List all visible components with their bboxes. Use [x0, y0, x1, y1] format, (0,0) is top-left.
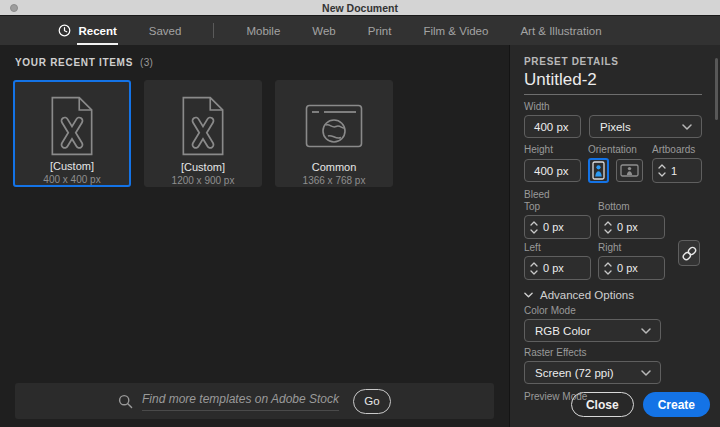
tab-label: Art & Illustration	[520, 25, 601, 37]
chevron-down-icon	[604, 229, 612, 234]
search-icon	[118, 394, 133, 409]
advanced-options-toggle[interactable]: Advanced Options	[524, 289, 702, 301]
chevron-down-icon	[530, 270, 538, 275]
recent-item-size: 400 x 400 px	[43, 174, 100, 185]
tab-label: Print	[368, 25, 392, 37]
bleed-left-value[interactable]: 0 px	[543, 262, 564, 274]
orientation-label: Orientation	[588, 145, 652, 155]
recent-item-name: Common	[312, 161, 357, 173]
link-icon	[682, 245, 697, 262]
new-document-dialog: New Document Recent Saved Mobile Web Pri…	[0, 0, 720, 427]
artboards-value[interactable]: 1	[671, 165, 677, 177]
raster-effects-value: Screen (72 ppi)	[535, 367, 614, 379]
stepper-chevrons[interactable]	[599, 221, 616, 234]
chevron-down-icon	[530, 229, 538, 234]
tab-label: Film & Video	[423, 25, 488, 37]
recent-items-grid: [Custom] 400 x 400 px [Custom] 1200 x 90…	[13, 80, 509, 187]
bleed-bottom-value[interactable]: 0 px	[617, 221, 638, 233]
bleed-left-label: Left	[524, 243, 591, 253]
chevron-up-icon	[530, 262, 538, 267]
stepper-chevrons[interactable]	[653, 164, 670, 177]
recent-item-size: 1366 x 768 px	[303, 175, 366, 186]
units-dropdown[interactable]: Pixels	[589, 115, 702, 138]
recent-item-common-1366[interactable]: Common 1366 x 768 px	[275, 80, 393, 187]
bleed-right-label: Right	[598, 243, 665, 253]
bleed-right-stepper[interactable]: 0 px	[598, 256, 665, 280]
window-title: New Document	[322, 2, 398, 14]
dialog-footer: Close Create	[571, 392, 710, 417]
artboards-stepper[interactable]: 1	[652, 158, 702, 183]
bleed-bottom-label: Bottom	[598, 202, 665, 212]
tab-recent[interactable]: Recent	[58, 24, 116, 37]
stepper-chevrons[interactable]	[525, 221, 542, 234]
tab-art-illustration[interactable]: Art & Illustration	[520, 25, 601, 37]
recent-item-name: [Custom]	[181, 161, 225, 173]
window-close-button[interactable]	[10, 4, 18, 12]
search-input[interactable]: Find more templates on Adobe Stock	[142, 392, 339, 411]
width-label: Width	[524, 102, 702, 112]
recent-items-heading-text: YOUR RECENT ITEMS	[15, 57, 133, 68]
orientation-toggle	[588, 158, 652, 183]
chevron-down-icon	[682, 124, 692, 130]
stepper-chevrons[interactable]	[599, 262, 616, 275]
advanced-options-label: Advanced Options	[540, 289, 634, 301]
color-mode-dropdown[interactable]: RGB Color	[524, 319, 661, 342]
raster-effects-dropdown[interactable]: Screen (72 ppi)	[524, 361, 661, 384]
recent-items-heading: YOUR RECENT ITEMS(3)	[15, 57, 509, 68]
recent-item-size: 1200 x 900 px	[172, 175, 235, 186]
bleed-top-stepper[interactable]: 0 px	[524, 215, 591, 239]
chevron-up-icon	[604, 262, 612, 267]
tab-saved[interactable]: Saved	[149, 25, 182, 37]
height-input[interactable]: 400 px	[524, 159, 581, 182]
width-input[interactable]: 400 px	[524, 115, 581, 138]
tab-print[interactable]: Print	[368, 25, 392, 37]
landscape-icon	[620, 164, 639, 177]
recent-item-custom-1200[interactable]: [Custom] 1200 x 900 px	[144, 80, 262, 187]
tab-label: Recent	[78, 25, 116, 37]
bleed-bottom-stepper[interactable]: 0 px	[598, 215, 665, 239]
color-mode-label: Color Mode	[524, 306, 702, 316]
recent-item-custom-400[interactable]: [Custom] 400 x 400 px	[13, 80, 131, 187]
bleed-left-stepper[interactable]: 0 px	[524, 256, 591, 280]
tab-label: Mobile	[246, 25, 280, 37]
orientation-portrait-button[interactable]	[588, 158, 609, 183]
bleed-link-toggle[interactable]	[678, 240, 700, 266]
artboards-label: Artboards	[652, 145, 702, 155]
tab-mobile[interactable]: Mobile	[246, 25, 280, 37]
chevron-up-icon	[658, 164, 666, 169]
close-button[interactable]: Close	[571, 392, 634, 417]
tab-bar: Recent Saved Mobile Web Print Film & Vid…	[0, 16, 720, 45]
tab-label: Saved	[149, 25, 182, 37]
document-custom-icon	[48, 95, 96, 156]
recent-items-panel: YOUR RECENT ITEMS(3) [Custom] 400 x 400 …	[0, 45, 510, 427]
chevron-up-icon	[604, 221, 612, 226]
search-field[interactable]: Find more templates on Adobe Stock	[118, 392, 339, 411]
stepper-chevrons[interactable]	[525, 262, 542, 275]
chevron-down-icon	[641, 328, 651, 334]
recent-items-count: (3)	[140, 57, 153, 68]
bleed-top-label: Top	[524, 202, 591, 212]
browser-globe-icon	[305, 94, 363, 157]
bleed-top-value[interactable]: 0 px	[543, 221, 564, 233]
color-mode-value: RGB Color	[535, 325, 591, 337]
raster-effects-label: Raster Effects	[524, 348, 702, 358]
bleed-right-value[interactable]: 0 px	[617, 262, 638, 274]
chevron-down-icon	[658, 172, 666, 177]
chevron-down-icon	[604, 270, 612, 275]
recent-item-name: [Custom]	[50, 160, 94, 172]
orientation-landscape-button[interactable]	[616, 159, 643, 182]
panel-scrollbar[interactable]	[715, 58, 718, 120]
tab-label: Web	[312, 25, 335, 37]
tab-film-video[interactable]: Film & Video	[423, 25, 488, 37]
chevron-down-icon	[641, 370, 651, 376]
create-button[interactable]: Create	[643, 392, 710, 417]
tab-web[interactable]: Web	[312, 25, 335, 37]
preset-details-heading: PRESET DETAILS	[524, 57, 702, 67]
document-name-input[interactable]: Untitled-2	[524, 71, 702, 95]
go-button[interactable]: Go	[353, 389, 391, 414]
document-custom-icon	[179, 94, 227, 157]
chevron-down-icon	[524, 292, 533, 298]
portrait-icon	[592, 161, 605, 180]
window-titlebar: New Document	[0, 0, 720, 16]
preset-details-panel: PRESET DETAILS Untitled-2 Width 400 px P…	[510, 45, 720, 427]
